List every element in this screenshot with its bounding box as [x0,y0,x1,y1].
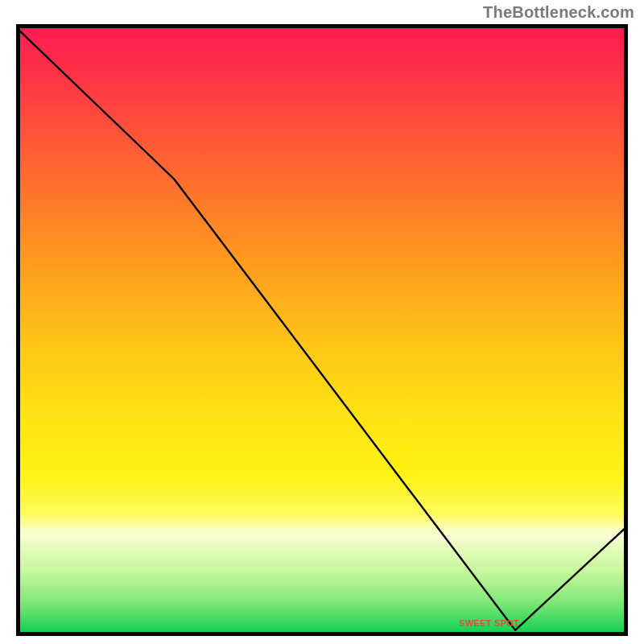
attribution-label: TheBottleneck.com [483,3,634,22]
chart-container: TheBottleneck.com SWEET SPOT [0,0,644,644]
sweet-spot-label: SWEET SPOT [459,618,519,628]
heat-gradient [20,28,624,632]
plot-area: SWEET SPOT [16,24,628,636]
